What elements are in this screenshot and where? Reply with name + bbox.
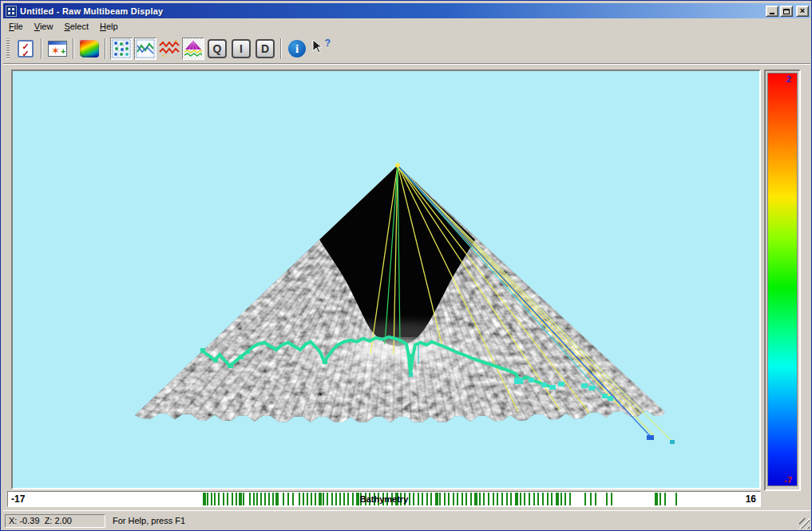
new-display-window-button[interactable]: ✶ + xyxy=(46,38,69,60)
menu-bar: File View Select Help xyxy=(3,18,810,34)
help-cursor-icon: ? xyxy=(311,39,331,58)
profile-view-button[interactable] xyxy=(134,38,156,60)
rainbow-surface-icon xyxy=(80,40,99,57)
minimize-button[interactable] xyxy=(766,6,778,17)
fan-view-button[interactable] xyxy=(182,38,204,60)
scatter-plot-icon xyxy=(112,39,131,58)
maximize-button[interactable] xyxy=(780,6,793,17)
menu-view[interactable]: View xyxy=(29,20,59,33)
depth-letter: D xyxy=(255,39,275,58)
app-window: Untitled - Raw Multibeam Display × File … xyxy=(0,0,812,531)
toolbar-separator xyxy=(73,38,74,59)
status-bar: X: -0.39 Z: 2.00 For Help, press F1 xyxy=(3,510,810,529)
scale-title: Bathymetry xyxy=(8,494,760,504)
minimize-icon xyxy=(770,13,774,14)
about-button[interactable]: i xyxy=(286,38,308,60)
menu-help[interactable]: Help xyxy=(94,20,124,33)
close-button[interactable]: × xyxy=(796,6,809,17)
sonar-fan-display xyxy=(13,71,759,488)
resize-grip[interactable] xyxy=(799,518,810,529)
line-chart-icon xyxy=(136,39,155,58)
intensity-toggle-button[interactable]: I xyxy=(230,38,252,60)
info-icon: i xyxy=(288,40,306,57)
sonar-view[interactable] xyxy=(13,71,759,488)
scatter-view-button[interactable] xyxy=(110,38,133,60)
checklist-icon: ✓✓ xyxy=(18,40,34,57)
quality-letter: Q xyxy=(208,39,227,58)
app-icon xyxy=(6,6,17,17)
menu-file[interactable]: File xyxy=(3,20,29,33)
checklist-button[interactable]: ✓✓ xyxy=(14,38,37,60)
transducer-apex xyxy=(395,163,400,168)
depth-toggle-button[interactable]: D xyxy=(254,38,276,60)
sonar-view-panel[interactable] xyxy=(11,69,761,489)
maximize-icon xyxy=(783,9,790,14)
close-icon: × xyxy=(800,6,805,15)
color-map-button[interactable] xyxy=(78,38,101,60)
title-bar[interactable]: Untitled - Raw Multibeam Display × xyxy=(3,3,810,18)
toolbar-separator xyxy=(105,38,106,59)
toolbar-separator xyxy=(41,38,42,59)
window-plus-icon: ✶ + xyxy=(48,41,67,57)
toolbar-separator xyxy=(280,38,282,59)
colorbar-max-label: 2 xyxy=(786,74,791,84)
toolbar: ✓✓ ✶ + xyxy=(3,34,810,64)
bathymetry-scale-bar: -17 Bathymetry 16 xyxy=(7,491,761,507)
toolbar-grip[interactable] xyxy=(6,38,10,59)
scale-max-label: 16 xyxy=(746,493,756,505)
context-help-button[interactable]: ? xyxy=(310,38,332,60)
colorbar-panel: 2 -7 xyxy=(764,69,801,491)
cursor-coordinates: X: -0.39 Z: 2.00 xyxy=(5,514,105,528)
beam-wiggle-button[interactable] xyxy=(158,38,180,60)
quality-toggle-button[interactable]: Q xyxy=(206,38,228,60)
depth-colorbar: 2 -7 xyxy=(767,73,798,486)
colorbar-min-label: -7 xyxy=(784,475,792,485)
status-message: For Help, press F1 xyxy=(113,516,185,525)
client-area: 2 -7 -17 Bathymetry 16 X: -0.39 Z: 2.00 … xyxy=(3,65,810,529)
window-title: Untitled - Raw Multibeam Display xyxy=(20,6,163,16)
menu-select[interactable]: Select xyxy=(58,20,94,33)
sonar-fan-icon xyxy=(184,39,203,58)
intensity-letter: I xyxy=(232,39,251,58)
wiggle-trace-icon xyxy=(159,39,180,58)
